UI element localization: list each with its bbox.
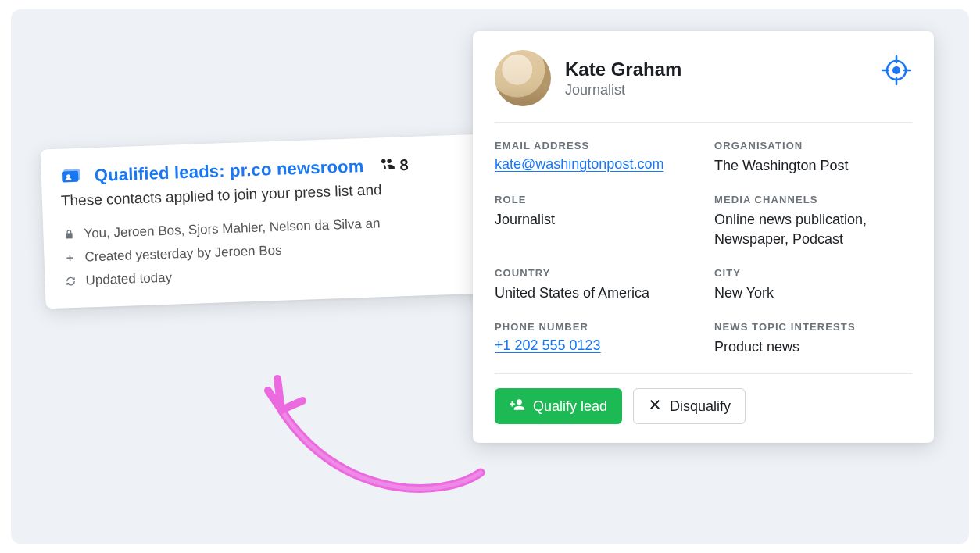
sync-icon <box>63 276 77 287</box>
field-label-city: CITY <box>714 267 912 279</box>
field-city: CITY New York <box>714 267 912 302</box>
media-channels-value: Online news publication, Newspaper, Podc… <box>714 210 912 248</box>
interests-value: Product news <box>714 337 912 356</box>
contact-subtitle: Journalist <box>565 82 681 98</box>
qualify-lead-label: Qualify lead <box>533 398 607 415</box>
contact-name: Kate Graham <box>565 59 681 80</box>
avatar <box>495 50 551 106</box>
field-label-role: ROLE <box>495 194 692 205</box>
lock-icon <box>62 229 76 241</box>
svg-point-4 <box>892 66 900 74</box>
phone-link[interactable]: +1 202 555 0123 <box>495 337 601 353</box>
disqualify-button[interactable]: Disqualify <box>633 388 746 424</box>
target-icon[interactable] <box>881 55 912 86</box>
field-label-interests: NEWS TOPIC INTERESTS <box>714 321 912 333</box>
field-label-country: COUNTRY <box>495 267 692 279</box>
contact-detail-card: Kate Graham Journalist EMAIL ADDRESS kat… <box>473 31 934 443</box>
field-country: COUNTRY United States of America <box>495 267 692 302</box>
qualified-leads-title: Qualified leads: pr.co newsroom <box>94 156 364 186</box>
field-interests: NEWS TOPIC INTERESTS Product news <box>714 321 912 356</box>
people-count-badge: 8 <box>377 154 409 176</box>
contacts-badge-icon <box>59 166 82 188</box>
field-email: EMAIL ADDRESS kate@washingtonpost.com <box>495 140 692 175</box>
organisation-value: The Washington Post <box>714 156 912 175</box>
people-icon <box>377 155 395 177</box>
field-label-email: EMAIL ADDRESS <box>495 140 692 152</box>
created-text: Created yesterday by Jeroen Bos <box>84 243 282 266</box>
disqualify-label: Disqualify <box>670 398 731 415</box>
email-link[interactable]: kate@washingtonpost.com <box>495 156 663 172</box>
role-value: Journalist <box>495 210 692 229</box>
city-value: New York <box>714 284 912 302</box>
field-label-media-channels: MEDIA CHANNELS <box>714 194 912 205</box>
field-role: ROLE Journalist <box>495 194 692 248</box>
close-icon <box>648 398 662 416</box>
country-value: United States of America <box>495 284 692 302</box>
plus-icon <box>63 252 77 264</box>
field-label-phone: PHONE NUMBER <box>495 321 692 333</box>
qualify-lead-button[interactable]: Qualify lead <box>495 388 622 424</box>
members-text: You, Jeroen Bos, Sjors Mahler, Nelson da… <box>84 216 381 241</box>
field-media-channels: MEDIA CHANNELS Online news publication, … <box>714 194 912 248</box>
divider <box>495 373 912 374</box>
people-count-value: 8 <box>399 155 409 173</box>
field-organisation: ORGANISATION The Washington Post <box>714 140 912 175</box>
field-phone: PHONE NUMBER +1 202 555 0123 <box>495 321 692 356</box>
contact-fields-grid: EMAIL ADDRESS kate@washingtonpost.com OR… <box>495 123 912 369</box>
updated-text: Updated today <box>85 270 172 289</box>
person-add-icon <box>510 397 525 416</box>
field-label-organisation: ORGANISATION <box>714 140 912 152</box>
